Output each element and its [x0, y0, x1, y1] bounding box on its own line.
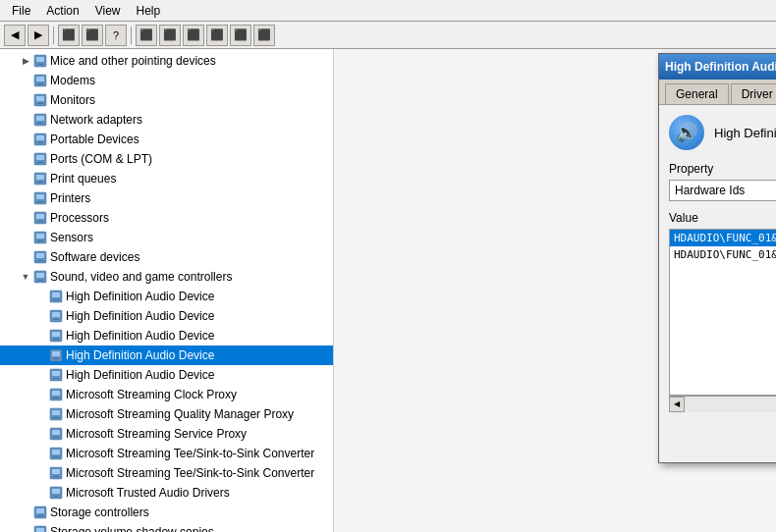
tree-item-6[interactable]: Print queues: [0, 169, 333, 188]
tab-general[interactable]: General: [665, 83, 729, 104]
tree-item-14[interactable]: High Definition Audio Device: [0, 326, 333, 346]
toolbar-sep1: [53, 27, 54, 44]
tree-item-label-3: Network adapters: [50, 113, 142, 127]
tree-item-11[interactable]: ▼ Sound, video and game controllers: [0, 267, 333, 287]
svg-rect-2: [37, 64, 43, 65]
toolbar-btn2[interactable]: ⬛: [82, 25, 103, 46]
svg-rect-44: [53, 339, 59, 340]
expand-icon-23: [20, 506, 31, 518]
tree-item-label-10: Software devices: [50, 250, 139, 264]
value-box[interactable]: HDAUDIO\FUNC_01&VEN_10DE&DEV_000B&SUBSYS…: [669, 229, 776, 396]
tree-item-21[interactable]: Microsoft Streaming Tee/Sink-to-Sink Con…: [0, 463, 333, 483]
tree-item-20[interactable]: Microsoft Streaming Tee/Sink-to-Sink Con…: [0, 444, 333, 463]
tree-item-8[interactable]: Processors: [0, 208, 333, 228]
device-tree-icon-2: [32, 92, 48, 108]
toolbar-btn4[interactable]: ⬛: [159, 25, 181, 46]
toolbar-forward[interactable]: ▶: [28, 25, 49, 46]
svg-rect-71: [37, 515, 43, 516]
expand-icon-21: [35, 467, 47, 479]
expand-icon-16: [35, 369, 47, 381]
tree-item-5[interactable]: Ports (COM & LPT): [0, 149, 333, 169]
svg-rect-47: [53, 358, 59, 359]
scroll-track[interactable]: [685, 397, 776, 412]
device-name-label: High Definition Audio Device: [714, 126, 776, 140]
toolbar: ◀ ▶ ⬛ ⬛ ? ⬛ ⬛ ⬛ ⬛ ⬛ ⬛: [0, 22, 776, 49]
svg-rect-70: [36, 508, 44, 513]
tree-item-24[interactable]: Storage volume shadow copies: [0, 522, 333, 532]
dialog-buttons: OK Cancel: [659, 421, 776, 462]
svg-rect-46: [52, 351, 60, 356]
tree-item-12[interactable]: High Definition Audio Device: [0, 287, 333, 306]
toolbar-help[interactable]: ?: [105, 25, 127, 46]
tree-item-7[interactable]: Printers: [0, 188, 333, 208]
expand-icon-4: [20, 133, 31, 145]
menu-help[interactable]: Help: [129, 2, 169, 20]
toolbar-btn7[interactable]: ⬛: [230, 25, 251, 46]
svg-rect-17: [37, 162, 43, 163]
device-header: 🔊 High Definition Audio Device: [669, 115, 776, 150]
svg-rect-49: [52, 371, 60, 376]
tree-item-15[interactable]: High Definition Audio Device: [0, 346, 333, 365]
tree-item-13[interactable]: High Definition Audio Device: [0, 306, 333, 326]
property-label: Property: [669, 162, 776, 176]
svg-rect-59: [53, 437, 59, 438]
menu-action[interactable]: Action: [38, 2, 86, 20]
tree-item-19[interactable]: Microsoft Streaming Service Proxy: [0, 424, 333, 444]
expand-icon-24: [20, 526, 31, 532]
tree-item-0[interactable]: ▶ Mice and other pointing devices: [0, 51, 333, 71]
tree-item-17[interactable]: Microsoft Streaming Clock Proxy: [0, 385, 333, 404]
menu-bar: File Action View Help: [0, 0, 776, 22]
expand-icon-11[interactable]: ▼: [20, 271, 31, 283]
tree-item-10[interactable]: Software devices: [0, 247, 333, 267]
horizontal-scrollbar[interactable]: ◀ ▶: [669, 396, 776, 411]
svg-rect-7: [36, 96, 44, 101]
menu-view[interactable]: View: [87, 2, 129, 20]
device-tree-icon-5: [32, 151, 48, 167]
tree-item-18[interactable]: Microsoft Streaming Quality Manager Prox…: [0, 404, 333, 424]
svg-rect-11: [37, 123, 43, 124]
tree-item-23[interactable]: Storage controllers: [0, 503, 333, 522]
tree-item-22[interactable]: Microsoft Trusted Audio Drivers: [0, 483, 333, 503]
device-tree-icon-10: [32, 249, 48, 265]
device-tree-icon-23: [32, 505, 48, 520]
toolbar-btn8[interactable]: ⬛: [253, 25, 275, 46]
svg-rect-55: [52, 410, 60, 415]
toolbar-btn1[interactable]: ⬛: [58, 25, 80, 46]
toolbar-btn5[interactable]: ⬛: [183, 25, 204, 46]
toolbar-btn3[interactable]: ⬛: [136, 25, 157, 46]
expand-icon-9: [20, 232, 31, 243]
tab-driver[interactable]: Driver: [731, 83, 776, 104]
expand-icon-15: [35, 349, 47, 361]
device-tree-icon-17: [48, 387, 64, 402]
svg-rect-23: [37, 201, 43, 202]
toolbar-btn6[interactable]: ⬛: [206, 25, 228, 46]
value-row-1[interactable]: HDAUDIO\FUNC_01&VEN_10DE&DEV_000B&SUBSYS…: [670, 246, 776, 263]
tree-item-2[interactable]: Monitors: [0, 90, 333, 110]
device-tree-icon-15: [48, 347, 64, 363]
expand-icon-17: [35, 389, 47, 400]
expand-icon-0[interactable]: ▶: [20, 55, 31, 67]
svg-rect-34: [36, 273, 44, 278]
device-tree-icon-6: [32, 171, 48, 186]
tree-item-1[interactable]: Modems: [0, 71, 333, 90]
tree-item-4[interactable]: Portable Devices: [0, 130, 333, 149]
property-select[interactable]: Hardware Ids Device Description Manufact…: [669, 180, 776, 201]
tree-item-label-18: Microsoft Streaming Quality Manager Prox…: [66, 407, 294, 421]
device-tree-icon-22: [48, 485, 64, 501]
device-tree-icon-13: [48, 308, 64, 324]
tree-item-label-4: Portable Devices: [50, 133, 139, 146]
device-tree-panel[interactable]: ▶ Mice and other pointing devices Modems…: [0, 49, 334, 532]
dialog-title: High Definition Audio Device Properties: [665, 60, 776, 74]
toolbar-back[interactable]: ◀: [4, 25, 26, 46]
svg-rect-4: [36, 77, 44, 81]
svg-rect-43: [52, 332, 60, 337]
value-row-0[interactable]: HDAUDIO\FUNC_01&VEN_10DE&DEV_000B&SUBSYS…: [670, 230, 776, 246]
scroll-left-button[interactable]: ◀: [669, 397, 685, 412]
tree-item-16[interactable]: High Definition Audio Device: [0, 365, 333, 385]
tree-item-3[interactable]: Network adapters: [0, 110, 333, 130]
value-label: Value: [669, 211, 776, 225]
menu-file[interactable]: File: [4, 2, 38, 20]
tree-item-9[interactable]: Sensors: [0, 228, 333, 247]
svg-rect-22: [36, 194, 44, 199]
tree-item-label-13: High Definition Audio Device: [66, 309, 214, 323]
